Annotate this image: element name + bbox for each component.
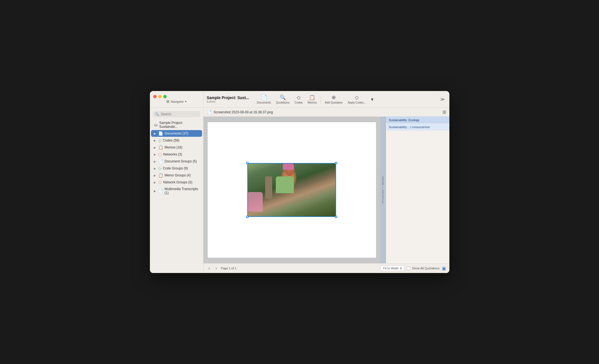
add-quotation-icon: ⊕ bbox=[332, 94, 336, 100]
quotations-label: Quotations bbox=[276, 101, 289, 104]
strip-text: 371,041,816 × 585,684 bbox=[382, 176, 384, 203]
next-page-button[interactable]: › bbox=[214, 265, 219, 271]
expand-arrow-icon: ▶ bbox=[154, 174, 156, 177]
sidebar-item-networks[interactable]: ▶ ⬡ Networks (3) bbox=[151, 151, 202, 158]
titlebar: ⊞ Navigator ▾ Sample Project: Sust... Ed… bbox=[150, 91, 449, 108]
sidebar-item-memos[interactable]: ▶ 📋 Memos (16) bbox=[151, 144, 202, 151]
code-item-ecology[interactable]: Sustainability: Ecology bbox=[386, 117, 449, 124]
document-groups-icon: 📄 bbox=[158, 159, 163, 164]
sidebar-item-multimedia[interactable]: ▶ 📄 Multimedia Transcripts (1) bbox=[151, 186, 202, 196]
main-window: ⊞ Navigator ▾ Sample Project: Sust... Ed… bbox=[150, 91, 449, 273]
codes-icon: ◇ bbox=[297, 94, 301, 100]
fit-width-label: Fit to Width bbox=[383, 267, 399, 270]
memo-groups-icon: 📋 bbox=[158, 173, 163, 178]
chevron-down-icon: ▾ bbox=[371, 96, 373, 102]
project-icon: 🗂 bbox=[154, 123, 158, 127]
chevron-down-icon: ▾ bbox=[185, 100, 186, 103]
expand-arrow-icon: ▶ bbox=[154, 190, 156, 193]
layout-toggle-icon[interactable]: ⊞ bbox=[442, 109, 446, 115]
handle-bottom-left[interactable] bbox=[246, 216, 248, 218]
project-status: Edited bbox=[207, 100, 249, 103]
add-quotation-button[interactable]: ⊕ Add Quotation bbox=[323, 93, 345, 105]
documents-icon: 📄 bbox=[261, 94, 267, 100]
nav-items: 🗂 Sample Project: Sustainabi... ▶ 📄 Docu… bbox=[150, 119, 203, 271]
memos-label: Memos bbox=[308, 101, 317, 104]
sidebar-strip: 371,041,816 × 585,684 bbox=[380, 117, 386, 263]
search-icon: 🔍 bbox=[155, 112, 159, 116]
sidebar-item-memo-groups[interactable]: ▶ 📋 Memo Groups (4) bbox=[151, 172, 202, 179]
sidebar-item-documents[interactable]: ▶ 📄 Documents (37) bbox=[151, 130, 202, 137]
page-indicator: Page 1 of 1 bbox=[221, 267, 236, 270]
documents-button[interactable]: 📄 Documents bbox=[255, 93, 273, 105]
navigator-label: ⊞ Navigator ▾ bbox=[166, 99, 186, 104]
sidebar-code-groups-label: Code Groups (9) bbox=[163, 166, 199, 170]
more-button[interactable]: ▾ bbox=[369, 95, 376, 104]
code-label-ecology: Sustainability: Ecology bbox=[389, 118, 420, 122]
apply-codes-button[interactable]: ◇ Apply Codes... bbox=[346, 93, 368, 105]
code-label-consumerism: Sustainability:...l consumerism bbox=[389, 125, 430, 129]
sidebar-memo-groups-label: Memo Groups (4) bbox=[165, 173, 199, 177]
sidebar-memos-label: Memos (16) bbox=[165, 145, 199, 149]
main-content: 🔍 🗂 Sample Project: Sustainabi... ▶ 📄 Do… bbox=[150, 108, 449, 273]
documents-icon: 📄 bbox=[158, 131, 163, 136]
sidebar-network-groups-label: Network Groups (0) bbox=[163, 180, 199, 184]
network-groups-icon: ⬡ bbox=[158, 180, 162, 185]
toolbar-separator bbox=[321, 95, 321, 104]
expand-arrow-icon: ▶ bbox=[154, 167, 156, 170]
add-quotation-label: Add Quotation bbox=[325, 101, 343, 104]
codes-panel: Sustainability: Ecology Sustainability:.… bbox=[386, 117, 449, 263]
minimize-button[interactable] bbox=[158, 95, 162, 98]
sidebar-item-codes[interactable]: ▶ ◇ Codes (58) bbox=[151, 137, 202, 144]
toolbar-icons: 📄 Documents 🔍 Quotations ◇ Codes 📋 Memos bbox=[255, 93, 433, 105]
codes-button[interactable]: ◇ Codes bbox=[292, 93, 305, 105]
search-box[interactable]: 🔍 bbox=[153, 111, 200, 117]
code-groups-icon: ◇ bbox=[158, 166, 161, 171]
sidebar-item-code-groups[interactable]: ▶ ◇ Code Groups (9) bbox=[151, 165, 202, 172]
project-row: 🗂 Sample Project: Sustainabi... bbox=[151, 120, 202, 130]
document-header: 📄 Screenshot 2023-08-09 at 16.38.37.png … bbox=[203, 108, 449, 117]
expand-icon[interactable]: ≫ bbox=[439, 95, 446, 103]
expand-arrow-icon: ▶ bbox=[154, 146, 156, 149]
layout-icon[interactable]: ▣ bbox=[442, 266, 446, 271]
project-info: Sample Project: Sust... Edited bbox=[207, 95, 249, 103]
prev-page-button[interactable]: ‹ bbox=[207, 265, 212, 271]
sidebar-networks-label: Networks (3) bbox=[163, 152, 199, 156]
memos-button[interactable]: 📋 Memos bbox=[305, 93, 319, 105]
sort-icon: ⇅ bbox=[400, 267, 402, 270]
memos-icon: 📋 bbox=[309, 94, 315, 100]
code-item-consumerism[interactable]: Sustainability:...l consumerism bbox=[386, 124, 449, 131]
documents-label: Documents bbox=[257, 101, 271, 104]
handle-top-left[interactable] bbox=[246, 162, 248, 164]
sidebar-titlebar: ⊞ Navigator ▾ bbox=[150, 91, 203, 107]
apply-codes-label: Apply Codes... bbox=[348, 101, 366, 104]
handle-top-right[interactable] bbox=[335, 162, 337, 164]
sidebar-toggle-icon[interactable]: ⊞ bbox=[166, 99, 169, 104]
sidebar-codes-label: Codes (58) bbox=[163, 138, 199, 142]
photo-image bbox=[247, 163, 336, 217]
apply-codes-icon: ◇ bbox=[355, 94, 359, 100]
sidebar-document-groups-label: Document Groups (5) bbox=[165, 159, 199, 163]
document-page bbox=[208, 122, 376, 258]
show-quotations-checkbox[interactable] bbox=[407, 267, 410, 270]
fit-width-button[interactable]: Fit to Width ⇅ bbox=[380, 265, 404, 271]
sidebar: 🔍 🗂 Sample Project: Sustainabi... ▶ 📄 Do… bbox=[150, 108, 203, 273]
main-toolbar: Sample Project: Sust... Edited 📄 Documen… bbox=[203, 91, 449, 107]
quotations-icon: 🔍 bbox=[280, 94, 286, 100]
expand-arrow-icon: ▶ bbox=[154, 132, 156, 135]
quotations-button[interactable]: 🔍 Quotations bbox=[274, 93, 292, 105]
next-icon: › bbox=[215, 266, 217, 270]
fullscreen-button[interactable] bbox=[163, 95, 167, 98]
codes-label: Codes bbox=[294, 101, 303, 104]
sidebar-item-network-groups[interactable]: ▶ ⬡ Network Groups (0) bbox=[151, 179, 202, 186]
document-name: Screenshot 2023-08-09 at 16.38.37.png bbox=[214, 110, 273, 114]
show-quotations-label: Show All Quotations bbox=[412, 267, 439, 270]
prev-icon: ‹ bbox=[209, 266, 210, 270]
close-button[interactable] bbox=[153, 95, 157, 98]
handle-bottom-right[interactable] bbox=[335, 216, 337, 218]
sidebar-multimedia-label: Multimedia Transcripts (1) bbox=[165, 187, 199, 195]
canvas-area bbox=[203, 117, 380, 263]
document-footer: ‹ › Page 1 of 1 Fit to Width ⇅ Show All … bbox=[203, 263, 449, 273]
image-container[interactable] bbox=[247, 163, 336, 217]
search-input[interactable] bbox=[161, 112, 198, 116]
sidebar-item-document-groups[interactable]: ▶ 📄 Document Groups (5) bbox=[151, 158, 202, 165]
